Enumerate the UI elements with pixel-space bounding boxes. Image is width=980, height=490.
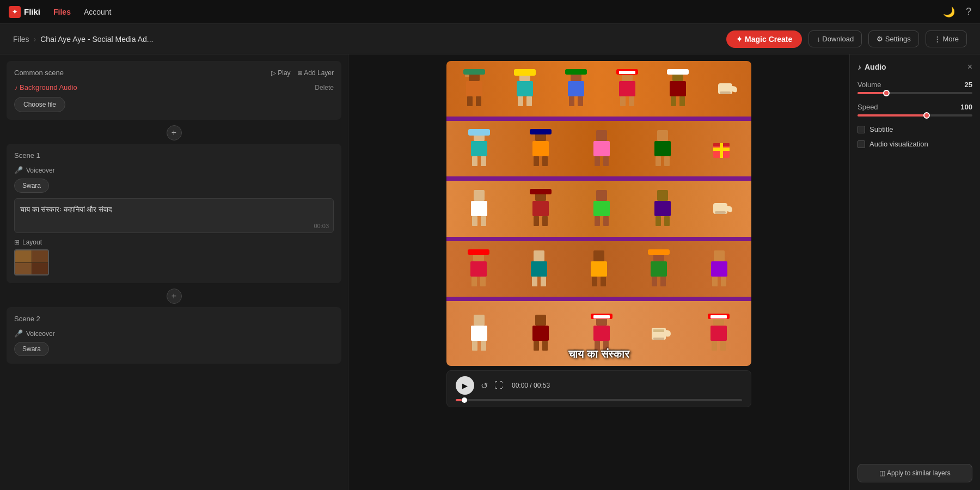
svg-rect-40 bbox=[593, 141, 610, 156]
breadcrumb-separator: › bbox=[34, 35, 36, 44]
svg-rect-69 bbox=[715, 211, 726, 214]
pixel-art-display: चाय का संस्कार bbox=[446, 61, 751, 366]
pixel-char-20 bbox=[527, 314, 554, 353]
pixel-divider-4 bbox=[446, 297, 751, 301]
pixel-divider-3 bbox=[446, 237, 751, 241]
add-scene-between-1-and-2[interactable]: + bbox=[167, 289, 182, 304]
progress-bar[interactable] bbox=[456, 399, 742, 401]
scene2-voiceover-row: 🎤 Voiceover bbox=[14, 329, 334, 338]
center-panel: चाय का संस्कार ▶ ↺ ⛶ 00:00 / 00:53 bbox=[348, 54, 849, 490]
more-button[interactable]: ⋮ More bbox=[926, 30, 967, 47]
svg-rect-94 bbox=[472, 341, 477, 351]
apply-to-similar-layers-button[interactable]: ◫ Apply to similar layers bbox=[857, 464, 972, 482]
svg-rect-8 bbox=[518, 96, 523, 106]
pixel-char-13 bbox=[649, 189, 676, 228]
svg-rect-44 bbox=[654, 141, 671, 156]
svg-rect-18 bbox=[620, 96, 626, 106]
settings-button[interactable]: ⚙ Settings bbox=[868, 30, 919, 47]
pixel-char-17 bbox=[645, 249, 672, 289]
breadcrumb-bar: Files › Chai Aye Aye - Social Media Ad..… bbox=[0, 24, 980, 54]
svg-rect-114 bbox=[710, 315, 727, 318]
magic-create-button[interactable]: ✦ Magic Create bbox=[726, 30, 802, 48]
svg-rect-108 bbox=[653, 329, 664, 332]
choose-file-button[interactable]: Choose file bbox=[14, 97, 65, 112]
svg-rect-62 bbox=[595, 216, 600, 226]
delete-audio-button[interactable]: Delete bbox=[315, 84, 334, 91]
fullscreen-button[interactable]: ⛶ bbox=[494, 381, 503, 390]
scene1-text-area[interactable]: चाय का संस्कारः कहानियां और संवाद 00:03 bbox=[14, 198, 334, 233]
pixel-char-19 bbox=[465, 314, 493, 353]
svg-rect-105 bbox=[593, 315, 610, 318]
svg-rect-97 bbox=[532, 326, 549, 341]
svg-rect-92 bbox=[474, 315, 485, 326]
svg-rect-30 bbox=[471, 141, 487, 156]
svg-rect-39 bbox=[596, 130, 607, 141]
pixel-char-1 bbox=[461, 69, 488, 108]
scene1-layout-label: ⊞ Layout bbox=[14, 238, 334, 246]
svg-rect-110 bbox=[710, 326, 727, 341]
svg-rect-73 bbox=[480, 277, 486, 286]
pixel-char-8 bbox=[588, 129, 615, 168]
svg-rect-85 bbox=[652, 277, 657, 286]
pixel-row-4 bbox=[446, 241, 751, 297]
audio-viz-checkbox[interactable] bbox=[857, 140, 865, 148]
app-logo[interactable]: ✦ Fliki bbox=[9, 6, 40, 18]
svg-rect-82 bbox=[601, 277, 606, 286]
dark-mode-icon[interactable]: 🌙 bbox=[943, 6, 955, 18]
volume-thumb bbox=[883, 90, 890, 96]
nav-files[interactable]: Files bbox=[53, 8, 71, 16]
scene2-voiceover-label: Voiceover bbox=[26, 330, 55, 338]
scene1-swara-button[interactable]: Swara bbox=[14, 179, 49, 193]
svg-rect-79 bbox=[593, 250, 604, 261]
svg-rect-77 bbox=[532, 277, 537, 286]
pixel-row-2 bbox=[446, 121, 751, 176]
pixel-char-18 bbox=[706, 249, 733, 289]
nav-right-actions: 🌙 ? bbox=[943, 6, 971, 18]
svg-rect-91 bbox=[721, 277, 726, 286]
svg-rect-42 bbox=[603, 156, 609, 166]
pixel-char-22 bbox=[705, 314, 732, 353]
download-button[interactable]: ↓ Download bbox=[808, 30, 862, 47]
scene1-layout-thumbnail[interactable] bbox=[14, 249, 49, 275]
svg-rect-10 bbox=[514, 69, 536, 76]
left-panel: Common scene ▷ Play ⊕ Add Layer ♪ Backgr… bbox=[0, 54, 348, 490]
svg-rect-7 bbox=[517, 81, 533, 96]
common-scene-add-layer-btn[interactable]: ⊕ Add Layer bbox=[297, 69, 334, 77]
scene2-swara-button[interactable]: Swara bbox=[14, 342, 49, 356]
play-button[interactable]: ▶ bbox=[456, 376, 474, 395]
pixel-char-4 bbox=[614, 69, 641, 108]
scene1-card: Scene 1 🎤 Voiceover Swara चाय का संस्कार… bbox=[7, 144, 341, 283]
svg-rect-51 bbox=[474, 190, 485, 201]
add-scene-between-common-and-1[interactable]: + bbox=[167, 125, 182, 140]
svg-rect-52 bbox=[471, 201, 487, 216]
breadcrumb-root[interactable]: Files bbox=[13, 35, 29, 44]
volume-slider-track[interactable] bbox=[857, 92, 972, 94]
breadcrumb-current: Chai Aye Aye - Social Media Ad... bbox=[40, 35, 153, 44]
main-layout: Common scene ▷ Play ⊕ Add Layer ♪ Backgr… bbox=[0, 54, 980, 490]
scene1-timestamp: 00:03 bbox=[314, 223, 329, 229]
svg-rect-14 bbox=[578, 96, 583, 106]
volume-label: Volume bbox=[857, 81, 881, 89]
common-scene-play-btn[interactable]: ▷ Play bbox=[271, 69, 291, 77]
right-panel-close-button[interactable]: × bbox=[967, 62, 972, 72]
svg-rect-5 bbox=[463, 69, 485, 75]
svg-rect-28 bbox=[720, 91, 731, 94]
pixel-char-15 bbox=[525, 249, 553, 289]
controls-row: ▶ ↺ ⛶ 00:00 / 00:53 bbox=[456, 376, 742, 395]
scene2-title: Scene 2 bbox=[14, 315, 40, 323]
subtitle-checkbox[interactable] bbox=[857, 126, 865, 133]
breadcrumb-actions: ✦ Magic Create ↓ Download ⚙ Settings ⋮ M… bbox=[726, 30, 967, 48]
common-scene-card: Common scene ▷ Play ⊕ Add Layer ♪ Backgr… bbox=[7, 61, 341, 120]
replay-button[interactable]: ↺ bbox=[481, 381, 488, 391]
svg-rect-67 bbox=[664, 216, 670, 226]
common-scene-title: Common scene bbox=[14, 69, 64, 77]
help-icon[interactable]: ? bbox=[966, 6, 971, 17]
speed-slider-track[interactable] bbox=[857, 114, 972, 117]
svg-rect-80 bbox=[591, 261, 607, 277]
tea-cup-1 bbox=[715, 78, 737, 100]
svg-rect-87 bbox=[648, 249, 670, 255]
fullscreen-icon: ⛶ bbox=[494, 381, 503, 390]
nav-account[interactable]: Account bbox=[84, 8, 112, 16]
background-audio-layer: ♪ Background Audio Delete bbox=[14, 83, 334, 91]
progress-track bbox=[456, 399, 742, 401]
